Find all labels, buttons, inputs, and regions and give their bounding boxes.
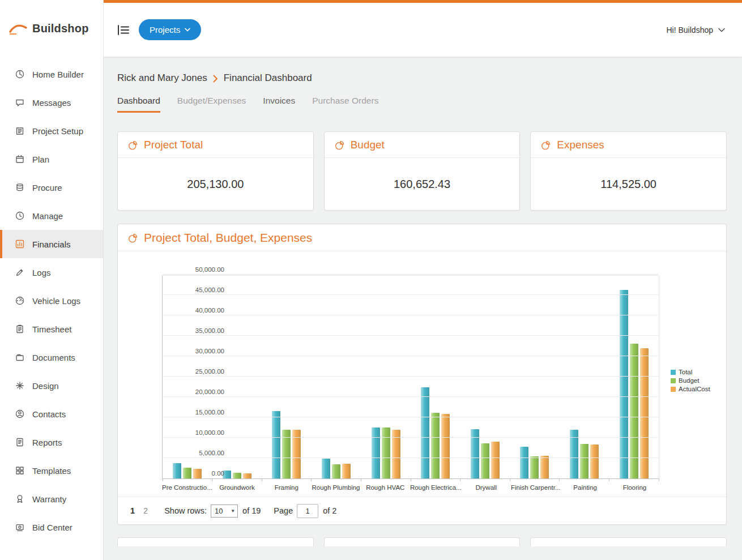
sidebar-item-home-builder[interactable]: Home Builder bbox=[0, 60, 103, 88]
summary-card-value: 114,525.00 bbox=[531, 158, 726, 210]
axis-tick bbox=[460, 478, 460, 481]
sidebar-item-bid-center[interactable]: Bid Center bbox=[0, 513, 103, 541]
chevron-down-icon bbox=[718, 28, 725, 32]
sidebar-item-timesheet[interactable]: Timesheet bbox=[0, 315, 103, 343]
card-stub bbox=[117, 537, 314, 546]
tab-bar: DashboardBudget/ExpensesInvoicesPurchase… bbox=[117, 96, 727, 113]
sidebar-item-contacts[interactable]: Contacts bbox=[0, 400, 103, 428]
legend-item-budget[interactable]: Budget bbox=[671, 377, 710, 384]
legend-label: ActualCost bbox=[679, 386, 710, 392]
rows-per-page-select[interactable]: 10 ▼ bbox=[211, 505, 238, 518]
bar-group-flooring bbox=[609, 276, 659, 478]
breadcrumb-page: Financial Dashboard bbox=[224, 72, 312, 84]
sidebar-item-label: Procure bbox=[32, 183, 62, 193]
x-axis-tick-label: Painting bbox=[561, 484, 610, 491]
sidebar-item-project-setup[interactable]: Project Setup bbox=[0, 117, 103, 145]
x-axis-tick-label: Groundwork bbox=[212, 484, 262, 491]
page-numbers: 12 bbox=[130, 506, 156, 515]
chart-title: Project Total, Budget, Expenses bbox=[144, 231, 312, 245]
bar-total bbox=[471, 429, 479, 478]
page-number-1[interactable]: 1 bbox=[130, 506, 135, 515]
bar-total bbox=[520, 447, 528, 478]
sidebar-item-label: Design bbox=[32, 381, 59, 391]
sidebar-item-procure[interactable]: Procure bbox=[0, 173, 103, 202]
bar-total bbox=[322, 459, 330, 478]
sidebar-item-label: Logs bbox=[32, 268, 51, 277]
breadcrumb-project[interactable]: Rick and Mary Jones bbox=[117, 72, 207, 84]
legend-label: Budget bbox=[679, 377, 699, 384]
sidebar-item-label: Financials bbox=[32, 240, 71, 249]
gridline bbox=[163, 294, 659, 295]
sidebar-item-label: Project Setup bbox=[32, 126, 83, 136]
bar-total bbox=[620, 290, 628, 478]
pages-total-label: of 2 bbox=[323, 506, 336, 515]
projects-button[interactable]: Projects bbox=[139, 19, 201, 40]
y-axis-tick-label: 35,000.00 bbox=[185, 327, 224, 334]
contacts-icon bbox=[15, 409, 25, 419]
gridline bbox=[163, 274, 659, 275]
x-axis-tick-label: Rough Electrica... bbox=[410, 484, 462, 491]
sidebar-item-label: Reports bbox=[32, 438, 62, 447]
gridline bbox=[163, 356, 659, 356]
gridline bbox=[163, 335, 659, 336]
bar-total bbox=[372, 428, 380, 478]
legend-item-actualcost[interactable]: ActualCost bbox=[671, 386, 710, 392]
plan-icon bbox=[15, 154, 25, 164]
gridline bbox=[163, 376, 659, 377]
menu-toggle-icon[interactable] bbox=[117, 24, 130, 36]
bar-group-framing bbox=[262, 276, 312, 478]
tab-invoices[interactable]: Invoices bbox=[263, 96, 295, 113]
sidebar-item-messages[interactable]: Messages bbox=[0, 88, 103, 117]
bar-total bbox=[272, 411, 280, 478]
card-stub bbox=[324, 537, 521, 546]
summary-card-title: Project Total bbox=[144, 139, 203, 151]
axis-tick bbox=[262, 478, 262, 481]
tab-budget-expenses[interactable]: Budget/Expenses bbox=[177, 96, 246, 113]
home-builder-icon bbox=[15, 69, 25, 79]
legend-item-total[interactable]: Total bbox=[671, 369, 710, 375]
y-axis-tick-label: 10,000.00 bbox=[185, 429, 224, 436]
tab-dashboard[interactable]: Dashboard bbox=[117, 96, 160, 113]
sidebar-item-design[interactable]: Design bbox=[0, 371, 103, 400]
design-icon bbox=[15, 381, 25, 391]
bar-total bbox=[421, 387, 429, 478]
gridline bbox=[163, 315, 659, 315]
sidebar-item-plan[interactable]: Plan bbox=[0, 145, 103, 173]
bar-budget bbox=[630, 344, 638, 478]
summary-card-value: 160,652.43 bbox=[325, 158, 520, 210]
pie-chart-icon bbox=[540, 140, 551, 151]
sidebar-item-financials[interactable]: Financials bbox=[0, 230, 103, 258]
bar-groups bbox=[163, 276, 659, 478]
user-menu[interactable]: Hi! Buildshop bbox=[667, 25, 726, 35]
bar-actualcost bbox=[540, 456, 549, 478]
y-axis-tick-label: 0.00 bbox=[185, 470, 224, 477]
select-arrow-icon: ▼ bbox=[231, 508, 235, 514]
rows-total-label: of 19 bbox=[242, 506, 261, 515]
pie-chart-icon bbox=[127, 140, 138, 151]
pie-chart-icon bbox=[127, 233, 138, 243]
sidebar: Buildshop Home BuilderMessagesProject Se… bbox=[0, 0, 104, 560]
sidebar-item-templates[interactable]: Templates bbox=[0, 456, 103, 485]
chart-legend: TotalBudgetActualCost bbox=[671, 369, 710, 392]
gridline bbox=[163, 396, 659, 397]
sidebar-item-logs[interactable]: Logs bbox=[0, 258, 103, 287]
page-number-2[interactable]: 2 bbox=[143, 506, 148, 515]
axis-tick bbox=[411, 478, 411, 481]
sidebar-item-documents[interactable]: Documents bbox=[0, 343, 103, 371]
sidebar-item-reports[interactable]: Reports bbox=[0, 428, 103, 456]
bar-budget bbox=[431, 413, 440, 478]
chart-card: Project Total, Budget, Expenses Pre Cons… bbox=[117, 224, 727, 525]
page-input[interactable] bbox=[297, 504, 318, 518]
summary-card-value: 205,130.00 bbox=[118, 158, 313, 210]
sidebar-item-warranty[interactable]: Warranty bbox=[0, 485, 103, 513]
sidebar-item-manage[interactable]: Manage bbox=[0, 202, 103, 230]
summary-card-budget: Budget160,652.43 bbox=[324, 131, 521, 211]
vehicle-logs-icon bbox=[15, 296, 25, 306]
sidebar-item-vehicle-logs[interactable]: Vehicle Logs bbox=[0, 287, 103, 315]
x-axis-ticks bbox=[163, 478, 659, 482]
brand-logo[interactable]: Buildshop bbox=[0, 0, 103, 57]
tab-purchase-orders[interactable]: Purchase Orders bbox=[312, 96, 378, 113]
project-setup-icon bbox=[15, 126, 25, 136]
reports-icon bbox=[15, 437, 25, 447]
bar-budget bbox=[233, 473, 241, 478]
